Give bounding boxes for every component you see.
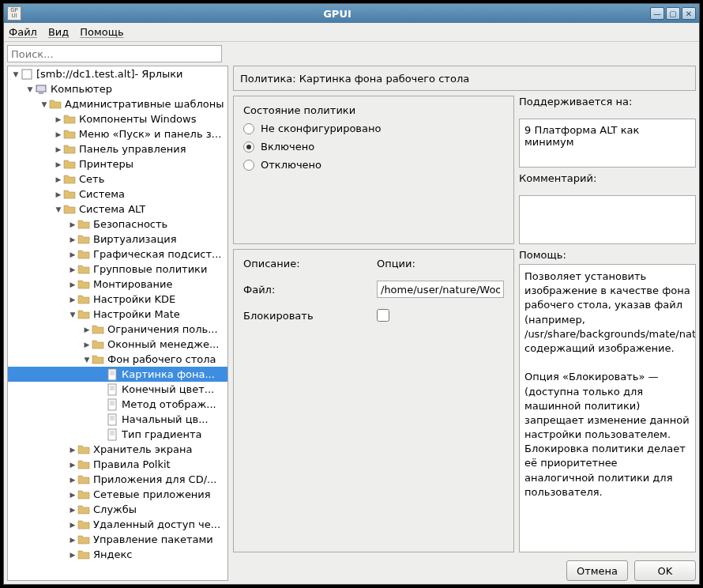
tree-item[interactable]: ▶Управление пакетами (8, 532, 227, 547)
tree-item[interactable]: ▶Правила Polkit (8, 457, 227, 472)
tree-item[interactable]: ▶Хранитель экрана (8, 442, 227, 457)
chevron-right-icon[interactable]: ▶ (68, 266, 77, 273)
close-button[interactable]: ✕ (682, 7, 696, 20)
cancel-button[interactable]: Отмена (566, 560, 628, 581)
file-input[interactable] (377, 281, 504, 298)
tree-item[interactable]: ▶Безопасность (8, 217, 227, 232)
chevron-down-icon[interactable]: ▼ (68, 311, 77, 318)
tree-item-label: Конечный цвет... (122, 383, 214, 395)
chevron-right-icon[interactable]: ▶ (82, 341, 92, 349)
chevron-right-icon[interactable]: ▶ (54, 130, 63, 138)
chevron-down-icon[interactable]: ▼ (39, 100, 49, 108)
tree-item[interactable]: ▶Службы (8, 502, 227, 517)
tree-item[interactable]: ▶Метод отображ... (8, 397, 227, 412)
tree-item[interactable]: ▶Сеть (8, 172, 227, 187)
doc-icon (106, 383, 118, 396)
tree-item[interactable]: ▶Яндекс (8, 547, 227, 562)
tree-item-label: Службы (93, 503, 137, 515)
chevron-right-icon[interactable]: ▶ (68, 281, 77, 288)
description-label: Описание: (243, 258, 370, 270)
supported-label: Поддерживается на: (519, 96, 696, 107)
folder-icon (63, 113, 76, 126)
chevron-right-icon[interactable]: ▶ (54, 190, 63, 198)
ok-button[interactable]: OK (634, 560, 696, 581)
tree-item[interactable]: ▶Монтирование (8, 277, 227, 292)
chevron-right-icon[interactable]: ▶ (54, 160, 63, 168)
folder-icon (92, 338, 104, 351)
minimize-button[interactable]: — (650, 7, 664, 20)
tree-item[interactable]: ▶Оконный менедже... (8, 337, 227, 352)
maximize-button[interactable]: ▢ (666, 7, 680, 20)
doc-icon (106, 368, 118, 381)
tree-item[interactable]: ▼[smb://dc1.test.alt]- Ярлыки (8, 66, 227, 81)
chevron-right-icon[interactable]: ▶ (68, 236, 77, 243)
folder-icon (77, 263, 90, 276)
policy-tree[interactable]: ▼[smb://dc1.test.alt]- Ярлыки▼Компьютер▼… (7, 66, 228, 581)
tree-item[interactable]: ▼Фон рабочего стола (8, 352, 227, 367)
tree-item-label: Система ALT (79, 203, 145, 215)
tree-item[interactable]: ▶Тип градиента (8, 427, 227, 442)
tree-item[interactable]: ▶Удаленный доступ че... (8, 517, 227, 532)
state-title: Состояние политики (243, 104, 504, 116)
tree-item[interactable]: ▶Групповые политики (8, 262, 227, 277)
tree-item[interactable]: ▶Графическая подсист... (8, 247, 227, 262)
tree-item[interactable]: ▶Конечный цвет... (8, 382, 227, 397)
menu-file[interactable]: Файл (9, 26, 37, 38)
comment-label: Комментарий: (519, 172, 696, 184)
tree-item[interactable]: ▶Компоненты Windows (8, 111, 227, 126)
comment-box[interactable] (519, 195, 696, 244)
tree-item[interactable]: ▶Начальный цв... (8, 412, 227, 427)
chevron-down-icon[interactable]: ▼ (25, 85, 35, 93)
lock-label: Блокировать (243, 310, 370, 322)
body: ▼[smb://dc1.test.alt]- Ярлыки▼Компьютер▼… (4, 66, 699, 584)
chevron-right-icon[interactable]: ▶ (68, 491, 77, 499)
menubar: Файл Вид Помощь (4, 23, 699, 42)
tree-item[interactable]: ▶Принтеры (8, 156, 227, 172)
folder-icon (63, 188, 76, 201)
chevron-right-icon[interactable]: ▶ (82, 326, 92, 334)
chevron-right-icon[interactable]: ▶ (54, 145, 63, 153)
titlebar[interactable]: GPUI GPUI — ▢ ✕ (4, 4, 699, 23)
chevron-right-icon[interactable]: ▶ (68, 251, 77, 258)
tree-item[interactable]: ▶Сетевые приложения (8, 487, 227, 502)
tree-item[interactable]: ▶Приложения для CD/... (8, 472, 227, 487)
tree-item[interactable]: ▶Настройки KDE (8, 292, 227, 307)
radio-not-configured[interactable]: Не сконфигурировано (243, 122, 504, 134)
folder-icon (63, 173, 76, 186)
chevron-right-icon[interactable]: ▶ (54, 175, 63, 183)
chevron-down-icon[interactable]: ▼ (82, 356, 92, 364)
tree-item[interactable]: ▼Административные шаблоны (8, 96, 227, 111)
tree-item[interactable]: ▶Виртуализация (8, 232, 227, 247)
tree-item[interactable]: ▼Настройки Mate (8, 307, 227, 322)
tree-item[interactable]: ▼Система ALT (8, 202, 227, 217)
folder-icon (77, 293, 90, 306)
chevron-right-icon[interactable]: ▶ (68, 521, 77, 529)
radio-disabled-label: Отключено (261, 159, 321, 171)
tree-item-label: Безопасность (93, 218, 167, 230)
search-input[interactable] (7, 45, 222, 62)
chevron-right-icon[interactable]: ▶ (68, 476, 77, 484)
chevron-right-icon[interactable]: ▶ (68, 536, 77, 544)
chevron-right-icon[interactable]: ▶ (68, 551, 77, 559)
radio-enabled[interactable]: Включено (243, 141, 504, 153)
tree-item[interactable]: ▶Панель управления (8, 141, 227, 156)
chevron-right-icon[interactable]: ▶ (68, 506, 77, 514)
chevron-down-icon[interactable]: ▼ (11, 70, 21, 78)
chevron-right-icon[interactable]: ▶ (68, 446, 77, 454)
chevron-right-icon[interactable]: ▶ (68, 296, 77, 303)
tree-item[interactable]: ▶Меню «Пуск» и панель за... (8, 126, 227, 141)
lock-checkbox[interactable] (377, 309, 389, 322)
folder-icon (77, 458, 90, 471)
menu-help[interactable]: Помощь (80, 26, 123, 38)
tree-item[interactable]: ▼Компьютер (8, 81, 227, 96)
chevron-right-icon[interactable]: ▶ (68, 220, 77, 228)
chevron-right-icon[interactable]: ▶ (68, 461, 77, 469)
radio-disabled[interactable]: Отключено (243, 159, 504, 171)
tree-item[interactable]: ▶Ограничения поль... (8, 322, 227, 337)
chevron-down-icon[interactable]: ▼ (54, 205, 63, 213)
window-title: GPUI (26, 8, 648, 20)
tree-item[interactable]: ▶Картинка фона... (8, 367, 227, 382)
menu-view[interactable]: Вид (48, 26, 69, 38)
tree-item[interactable]: ▶Система (8, 187, 227, 202)
chevron-right-icon[interactable]: ▶ (54, 115, 63, 123)
